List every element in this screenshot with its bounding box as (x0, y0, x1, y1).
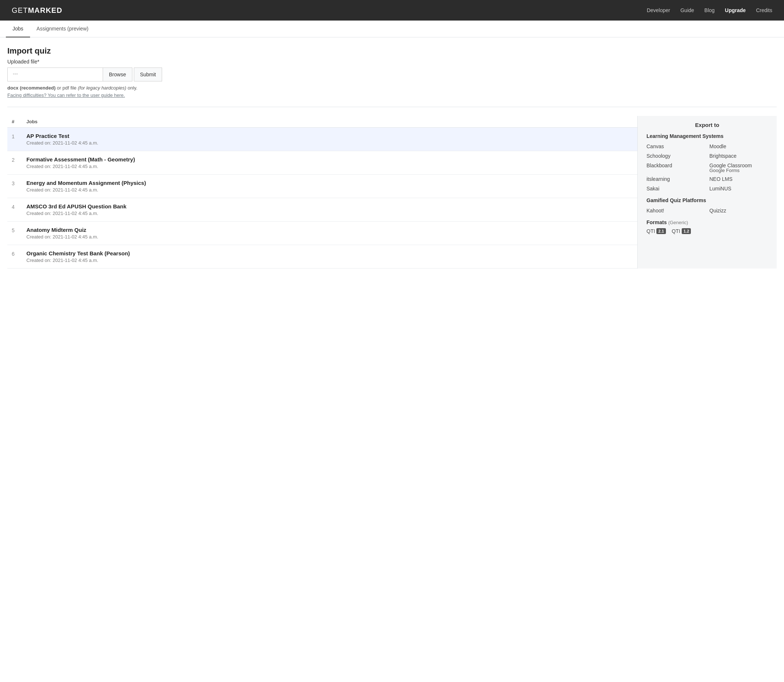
file-display: --- (7, 67, 103, 81)
brand-logo: GETMARKED (12, 6, 62, 15)
gamified-grid: Kahoot! Quizizz (647, 207, 768, 214)
job-date: Created on: 2021-11-02 4:45 a.m. (26, 140, 633, 146)
export-canvas[interactable]: Canvas (647, 143, 705, 150)
browse-button[interactable]: Browse (103, 67, 132, 81)
export-quizizz[interactable]: Quizizz (709, 207, 768, 214)
google-group: Google Classroom Google Forms (709, 162, 768, 173)
tabs-bar: Jobs Assignments (preview) (0, 21, 784, 37)
nav-blog[interactable]: Blog (704, 7, 715, 13)
help-link[interactable]: Facing difficulties? You can refer to th… (7, 92, 125, 98)
col-header-jobs: Jobs (26, 119, 633, 124)
main-content: Import quiz Uploaded file* --- Browse Su… (0, 37, 784, 277)
formats-row: QTI 2.1 QTI 1.2 (647, 228, 768, 234)
export-brightspace[interactable]: Brightspace (709, 152, 768, 159)
gamified-label: Gamified Quiz Platforms (647, 198, 768, 203)
gamified-section: Gamified Quiz Platforms Kahoot! Quizizz (647, 198, 768, 214)
export-moodle[interactable]: Moodle (709, 143, 768, 150)
job-date: Created on: 2021-11-02 4:45 a.m. (26, 258, 633, 263)
navbar-links: Developer Guide Blog Upgrade Credits (647, 7, 772, 13)
job-info: Organic Chemistry Test Bank (Pearson) Cr… (26, 250, 633, 263)
job-info: Energy and Momentum Assignment (Physics)… (26, 180, 633, 193)
job-info: Anatomy Midterm Quiz Created on: 2021-11… (26, 227, 633, 239)
content-layout: # Jobs 1 AP Practice Test Created on: 20… (7, 116, 777, 269)
import-quiz-section: Import quiz Uploaded file* --- Browse Su… (7, 46, 777, 98)
col-header-num: # (12, 119, 26, 124)
export-luminus[interactable]: LumiNUS (709, 185, 768, 192)
job-info: AP Practice Test Created on: 2021-11-02 … (26, 133, 633, 146)
brand-prefix: GET (12, 6, 28, 14)
job-num: 6 (12, 250, 26, 257)
formats-generic: (Generic) (668, 220, 688, 225)
qti-12-version: 1.2 (682, 228, 691, 234)
jobs-list: 1 AP Practice Test Created on: 2021-11-0… (7, 127, 637, 269)
file-input-row: --- Browse Submit (7, 67, 777, 81)
export-title: Export to (647, 122, 768, 128)
submit-button[interactable]: Submit (134, 67, 162, 81)
nav-credits[interactable]: Credits (756, 7, 772, 13)
job-date: Created on: 2021-11-02 4:45 a.m. (26, 164, 633, 169)
tab-jobs[interactable]: Jobs (6, 21, 30, 37)
job-num: 1 (12, 133, 26, 139)
formats-label: Formats (647, 219, 667, 225)
formats-section: Formats (Generic) QTI 2.1 QTI 1.2 (647, 219, 768, 234)
nav-developer[interactable]: Developer (647, 7, 670, 13)
job-title: AMSCO 3rd Ed APUSH Question Bank (26, 203, 633, 209)
lms-grid: Canvas Moodle Schoology Brightspace Blac… (647, 143, 768, 192)
job-date: Created on: 2021-11-02 4:45 a.m. (26, 210, 633, 216)
import-quiz-title: Import quiz (7, 46, 777, 56)
export-google-forms[interactable]: Google Forms (709, 168, 768, 173)
job-num: 2 (12, 156, 26, 163)
tab-assignments[interactable]: Assignments (preview) (30, 21, 95, 37)
nav-upgrade[interactable]: Upgrade (725, 7, 746, 13)
export-schoology[interactable]: Schoology (647, 152, 705, 159)
job-title: Formative Assessment (Math - Geometry) (26, 156, 633, 163)
export-section: Export to Learning Management Systems Ca… (637, 116, 777, 269)
job-row[interactable]: 4 AMSCO 3rd Ed APUSH Question Bank Creat… (7, 198, 637, 221)
job-date: Created on: 2021-11-02 4:45 a.m. (26, 187, 633, 193)
export-kahoot[interactable]: Kahoot! (647, 207, 705, 214)
qti-21-badge[interactable]: QTI 2.1 (647, 228, 666, 234)
job-date: Created on: 2021-11-02 4:45 a.m. (26, 234, 633, 239)
job-row[interactable]: 3 Energy and Momentum Assignment (Physic… (7, 175, 637, 198)
jobs-section: # Jobs 1 AP Practice Test Created on: 20… (7, 116, 637, 269)
export-neo-lms[interactable]: NEO LMS (709, 175, 768, 183)
job-row[interactable]: 2 Formative Assessment (Math - Geometry)… (7, 151, 637, 175)
export-blackboard[interactable]: Blackboard (647, 162, 705, 173)
job-row[interactable]: 5 Anatomy Midterm Quiz Created on: 2021-… (7, 221, 637, 245)
qti-12-badge[interactable]: QTI 1.2 (672, 228, 691, 234)
qti-21-version: 2.1 (657, 228, 666, 234)
export-sakai[interactable]: Sakai (647, 185, 705, 192)
qti-12-label: QTI (672, 228, 680, 234)
lms-label: Learning Management Systems (647, 133, 768, 139)
file-hint: docx (recommended) or pdf file (for lega… (7, 85, 777, 91)
table-header: # Jobs (7, 116, 637, 127)
job-row[interactable]: 6 Organic Chemistry Test Bank (Pearson) … (7, 245, 637, 269)
job-title: Organic Chemistry Test Bank (Pearson) (26, 250, 633, 257)
job-info: Formative Assessment (Math - Geometry) C… (26, 156, 633, 169)
job-info: AMSCO 3rd Ed APUSH Question Bank Created… (26, 203, 633, 216)
navbar: GETMARKED Developer Guide Blog Upgrade C… (0, 0, 784, 21)
job-title: Anatomy Midterm Quiz (26, 227, 633, 233)
job-num: 4 (12, 203, 26, 210)
nav-guide[interactable]: Guide (680, 7, 694, 13)
qti-21-label: QTI (647, 228, 655, 234)
brand-suffix: MARKED (28, 6, 62, 14)
job-row[interactable]: 1 AP Practice Test Created on: 2021-11-0… (7, 127, 637, 151)
job-num: 5 (12, 227, 26, 233)
job-num: 3 (12, 180, 26, 186)
uploaded-file-label: Uploaded file* (7, 59, 777, 65)
export-itslearning[interactable]: itslearning (647, 175, 705, 183)
job-title: Energy and Momentum Assignment (Physics) (26, 180, 633, 186)
job-title: AP Practice Test (26, 133, 633, 139)
